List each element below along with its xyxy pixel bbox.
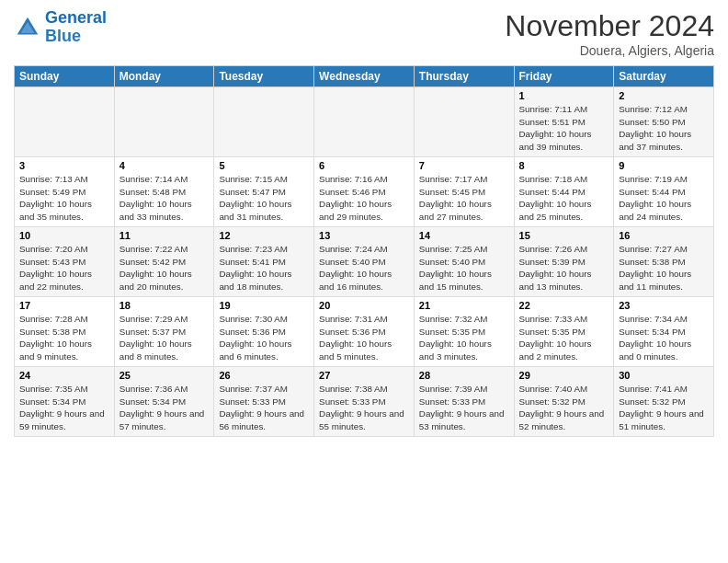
calendar-day-cell: 1Sunrise: 7:11 AM Sunset: 5:51 PM Daylig… bbox=[514, 87, 614, 157]
calendar-day-cell: 2Sunrise: 7:12 AM Sunset: 5:50 PM Daylig… bbox=[614, 87, 714, 157]
day-info: Sunrise: 7:14 AM Sunset: 5:48 PM Dayligh… bbox=[119, 173, 210, 224]
calendar-body: 1Sunrise: 7:11 AM Sunset: 5:51 PM Daylig… bbox=[15, 87, 714, 437]
day-info: Sunrise: 7:39 AM Sunset: 5:33 PM Dayligh… bbox=[419, 383, 509, 433]
calendar-day-cell: 16Sunrise: 7:27 AM Sunset: 5:38 PM Dayli… bbox=[614, 227, 714, 297]
day-number: 29 bbox=[519, 370, 609, 381]
day-info: Sunrise: 7:12 AM Sunset: 5:50 PM Dayligh… bbox=[619, 103, 709, 154]
weekday-header-cell: Saturday bbox=[614, 66, 714, 87]
day-number: 17 bbox=[19, 300, 109, 311]
logo: General Blue bbox=[14, 9, 107, 46]
logo-line2: Blue bbox=[45, 27, 81, 45]
day-info: Sunrise: 7:23 AM Sunset: 5:41 PM Dayligh… bbox=[219, 243, 309, 293]
calendar-day-cell: 29Sunrise: 7:40 AM Sunset: 5:32 PM Dayli… bbox=[514, 367, 614, 437]
day-info: Sunrise: 7:16 AM Sunset: 5:46 PM Dayligh… bbox=[319, 173, 409, 224]
calendar-header-row: SundayMondayTuesdayWednesdayThursdayFrid… bbox=[15, 66, 714, 87]
calendar-day-cell bbox=[15, 87, 115, 157]
day-info: Sunrise: 7:17 AM Sunset: 5:45 PM Dayligh… bbox=[419, 173, 509, 224]
calendar-day-cell: 18Sunrise: 7:29 AM Sunset: 5:37 PM Dayli… bbox=[114, 297, 214, 367]
day-info: Sunrise: 7:41 AM Sunset: 5:32 PM Dayligh… bbox=[619, 383, 709, 433]
day-info: Sunrise: 7:40 AM Sunset: 5:32 PM Dayligh… bbox=[519, 383, 609, 433]
day-number: 11 bbox=[119, 230, 210, 241]
day-info: Sunrise: 7:28 AM Sunset: 5:38 PM Dayligh… bbox=[19, 313, 109, 363]
day-number: 4 bbox=[119, 160, 210, 171]
month-title: November 2024 bbox=[505, 9, 714, 43]
calendar-week-row: 1Sunrise: 7:11 AM Sunset: 5:51 PM Daylig… bbox=[15, 87, 714, 157]
day-number: 30 bbox=[619, 370, 709, 381]
day-info: Sunrise: 7:25 AM Sunset: 5:40 PM Dayligh… bbox=[419, 243, 509, 293]
day-info: Sunrise: 7:34 AM Sunset: 5:34 PM Dayligh… bbox=[619, 313, 709, 363]
calendar-day-cell bbox=[214, 87, 314, 157]
weekday-header-cell: Thursday bbox=[414, 66, 514, 87]
day-number: 18 bbox=[119, 300, 210, 311]
day-info: Sunrise: 7:27 AM Sunset: 5:38 PM Dayligh… bbox=[619, 243, 709, 293]
day-number: 26 bbox=[219, 370, 309, 381]
calendar-day-cell: 21Sunrise: 7:32 AM Sunset: 5:35 PM Dayli… bbox=[414, 297, 514, 367]
day-number: 8 bbox=[519, 160, 609, 171]
day-info: Sunrise: 7:36 AM Sunset: 5:34 PM Dayligh… bbox=[119, 383, 210, 433]
calendar-week-row: 3Sunrise: 7:13 AM Sunset: 5:49 PM Daylig… bbox=[15, 157, 714, 227]
day-info: Sunrise: 7:11 AM Sunset: 5:51 PM Dayligh… bbox=[519, 103, 609, 154]
calendar-day-cell: 4Sunrise: 7:14 AM Sunset: 5:48 PM Daylig… bbox=[114, 157, 214, 227]
day-info: Sunrise: 7:33 AM Sunset: 5:35 PM Dayligh… bbox=[519, 313, 609, 363]
calendar-day-cell: 23Sunrise: 7:34 AM Sunset: 5:34 PM Dayli… bbox=[614, 297, 714, 367]
calendar-day-cell: 7Sunrise: 7:17 AM Sunset: 5:45 PM Daylig… bbox=[414, 157, 514, 227]
calendar-day-cell: 15Sunrise: 7:26 AM Sunset: 5:39 PM Dayli… bbox=[514, 227, 614, 297]
day-info: Sunrise: 7:18 AM Sunset: 5:44 PM Dayligh… bbox=[519, 173, 609, 224]
calendar-day-cell: 25Sunrise: 7:36 AM Sunset: 5:34 PM Dayli… bbox=[114, 367, 214, 437]
day-info: Sunrise: 7:24 AM Sunset: 5:40 PM Dayligh… bbox=[319, 243, 409, 293]
calendar-day-cell: 9Sunrise: 7:19 AM Sunset: 5:44 PM Daylig… bbox=[614, 157, 714, 227]
day-info: Sunrise: 7:29 AM Sunset: 5:37 PM Dayligh… bbox=[119, 313, 210, 363]
day-number: 23 bbox=[619, 300, 709, 311]
day-number: 25 bbox=[119, 370, 210, 381]
day-number: 7 bbox=[419, 160, 509, 171]
day-number: 1 bbox=[519, 90, 609, 101]
logo-icon bbox=[14, 14, 41, 41]
day-info: Sunrise: 7:15 AM Sunset: 5:47 PM Dayligh… bbox=[219, 173, 309, 224]
calendar-week-row: 24Sunrise: 7:35 AM Sunset: 5:34 PM Dayli… bbox=[15, 367, 714, 437]
calendar-day-cell: 30Sunrise: 7:41 AM Sunset: 5:32 PM Dayli… bbox=[614, 367, 714, 437]
day-number: 14 bbox=[419, 230, 509, 241]
calendar-day-cell bbox=[414, 87, 514, 157]
page-container: General Blue November 2024 Douera, Algie… bbox=[0, 0, 728, 446]
calendar-table: SundayMondayTuesdayWednesdayThursdayFrid… bbox=[14, 65, 714, 437]
calendar-day-cell bbox=[114, 87, 214, 157]
calendar-day-cell bbox=[314, 87, 415, 157]
day-number: 13 bbox=[319, 230, 409, 241]
title-block: November 2024 Douera, Algiers, Algeria bbox=[505, 9, 714, 58]
logo-line1: General bbox=[45, 8, 107, 27]
weekday-header-cell: Sunday bbox=[15, 66, 115, 87]
calendar-day-cell: 5Sunrise: 7:15 AM Sunset: 5:47 PM Daylig… bbox=[214, 157, 314, 227]
day-info: Sunrise: 7:20 AM Sunset: 5:43 PM Dayligh… bbox=[19, 243, 109, 293]
calendar-day-cell: 6Sunrise: 7:16 AM Sunset: 5:46 PM Daylig… bbox=[314, 157, 415, 227]
day-number: 3 bbox=[19, 160, 109, 171]
day-number: 24 bbox=[19, 370, 109, 381]
calendar-day-cell: 13Sunrise: 7:24 AM Sunset: 5:40 PM Dayli… bbox=[314, 227, 415, 297]
day-info: Sunrise: 7:35 AM Sunset: 5:34 PM Dayligh… bbox=[19, 383, 109, 433]
day-number: 6 bbox=[319, 160, 409, 171]
weekday-header-cell: Monday bbox=[114, 66, 214, 87]
day-info: Sunrise: 7:31 AM Sunset: 5:36 PM Dayligh… bbox=[319, 313, 409, 363]
calendar-day-cell: 11Sunrise: 7:22 AM Sunset: 5:42 PM Dayli… bbox=[114, 227, 214, 297]
day-number: 19 bbox=[219, 300, 309, 311]
day-info: Sunrise: 7:38 AM Sunset: 5:33 PM Dayligh… bbox=[319, 383, 409, 433]
day-number: 12 bbox=[219, 230, 309, 241]
weekday-header-cell: Tuesday bbox=[214, 66, 314, 87]
calendar-day-cell: 14Sunrise: 7:25 AM Sunset: 5:40 PM Dayli… bbox=[414, 227, 514, 297]
calendar-day-cell: 20Sunrise: 7:31 AM Sunset: 5:36 PM Dayli… bbox=[314, 297, 415, 367]
day-number: 28 bbox=[419, 370, 509, 381]
day-number: 27 bbox=[319, 370, 409, 381]
day-info: Sunrise: 7:37 AM Sunset: 5:33 PM Dayligh… bbox=[219, 383, 309, 433]
calendar-week-row: 10Sunrise: 7:20 AM Sunset: 5:43 PM Dayli… bbox=[15, 227, 714, 297]
day-number: 2 bbox=[619, 90, 709, 101]
day-info: Sunrise: 7:13 AM Sunset: 5:49 PM Dayligh… bbox=[19, 173, 109, 224]
calendar-day-cell: 8Sunrise: 7:18 AM Sunset: 5:44 PM Daylig… bbox=[514, 157, 614, 227]
calendar-day-cell: 27Sunrise: 7:38 AM Sunset: 5:33 PM Dayli… bbox=[314, 367, 415, 437]
calendar-day-cell: 28Sunrise: 7:39 AM Sunset: 5:33 PM Dayli… bbox=[414, 367, 514, 437]
logo-text: General Blue bbox=[45, 9, 107, 46]
calendar-day-cell: 3Sunrise: 7:13 AM Sunset: 5:49 PM Daylig… bbox=[15, 157, 115, 227]
page-header: General Blue November 2024 Douera, Algie… bbox=[14, 9, 714, 58]
calendar-day-cell: 22Sunrise: 7:33 AM Sunset: 5:35 PM Dayli… bbox=[514, 297, 614, 367]
calendar-week-row: 17Sunrise: 7:28 AM Sunset: 5:38 PM Dayli… bbox=[15, 297, 714, 367]
calendar-day-cell: 12Sunrise: 7:23 AM Sunset: 5:41 PM Dayli… bbox=[214, 227, 314, 297]
calendar-day-cell: 24Sunrise: 7:35 AM Sunset: 5:34 PM Dayli… bbox=[15, 367, 115, 437]
